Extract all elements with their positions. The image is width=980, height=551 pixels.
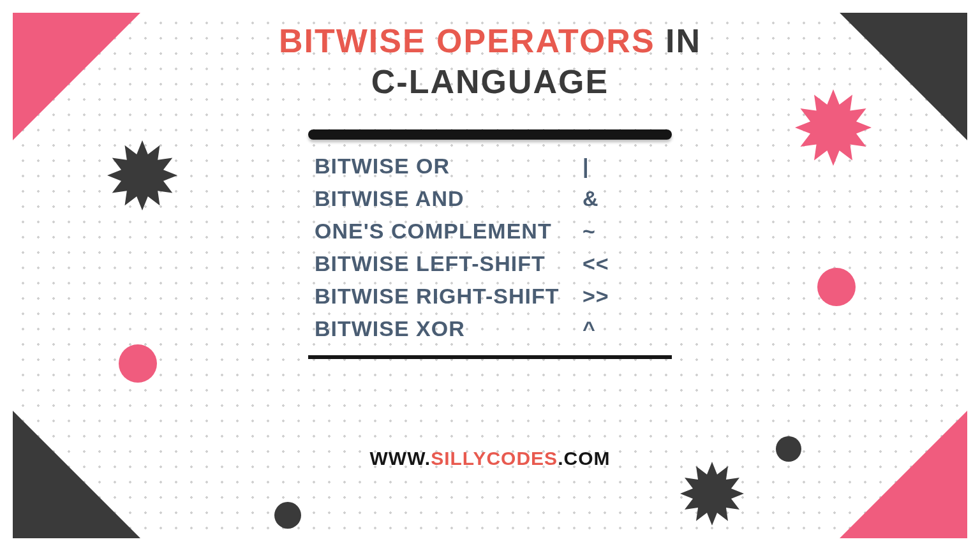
operator-symbol: & [570, 186, 665, 211]
starburst-icon [795, 89, 872, 166]
table-row: BITWISE AND & [308, 182, 672, 215]
operator-symbol: | [570, 154, 665, 179]
table-row: BITWISE XOR ^ [308, 312, 672, 345]
corner-triangle-bottom-right [840, 411, 967, 538]
operator-symbol: >> [570, 284, 665, 309]
operator-symbol: << [570, 251, 665, 276]
footer-post: .COM [558, 448, 610, 469]
operator-symbol: ~ [570, 219, 665, 244]
footer-url: WWW.SILLYCODES.COM [0, 448, 980, 469]
table-row: ONE'S COMPLEMENT ~ [308, 215, 672, 247]
operator-name: BITWISE RIGHT-SHIFT [315, 284, 570, 309]
circle-decoration [274, 502, 301, 529]
title-rest-text: IN [655, 22, 701, 59]
table-row: BITWISE OR | [308, 150, 672, 182]
operator-name: BITWISE OR [315, 154, 570, 179]
page-title: BITWISE OPERATORS IN C-LANGUAGE [0, 22, 980, 101]
operator-name: ONE'S COMPLEMENT [315, 219, 570, 244]
footer-mid: SILLYCODES [431, 448, 558, 469]
title-line2: C-LANGUAGE [0, 62, 980, 101]
starburst-icon [107, 140, 177, 210]
starburst-icon [680, 462, 744, 525]
corner-triangle-bottom-left [13, 411, 140, 538]
svg-marker-1 [795, 89, 872, 166]
footer-pre: WWW. [370, 448, 431, 469]
circle-decoration [119, 344, 157, 383]
svg-marker-0 [107, 140, 177, 210]
operator-name: BITWISE AND [315, 186, 570, 211]
title-accent-text: BITWISE OPERATORS [279, 22, 655, 59]
table-bottom-bar [308, 355, 672, 359]
operator-symbol: ^ [570, 316, 665, 341]
table-top-bar [308, 129, 672, 140]
table-row: BITWISE LEFT-SHIFT << [308, 247, 672, 280]
operators-table: BITWISE OR | BITWISE AND & ONE'S COMPLEM… [308, 129, 672, 359]
svg-marker-2 [680, 462, 744, 525]
operator-name: BITWISE XOR [315, 316, 570, 341]
circle-decoration [817, 268, 856, 306]
table-row: BITWISE RIGHT-SHIFT >> [308, 280, 672, 312]
operator-name: BITWISE LEFT-SHIFT [315, 251, 570, 276]
